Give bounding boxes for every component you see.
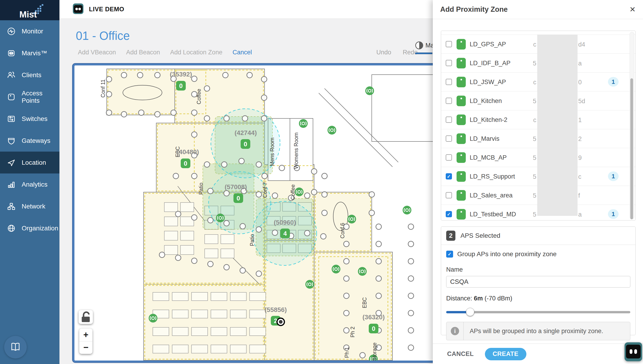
map-node[interactable] xyxy=(139,110,144,116)
map-node[interactable] xyxy=(376,276,381,281)
ap-beacon-icon[interactable] xyxy=(149,314,157,322)
map-node[interactable] xyxy=(344,310,349,316)
close-icon[interactable]: ✕ xyxy=(629,6,636,13)
ap-checkbox[interactable]: ✓ xyxy=(446,173,452,180)
ap-beacon-icon[interactable] xyxy=(305,280,314,289)
map-node[interactable] xyxy=(204,86,210,91)
map-node[interactable] xyxy=(272,230,278,236)
map-node[interactable] xyxy=(376,293,381,298)
ap-checkbox[interactable] xyxy=(446,98,452,104)
sidebar-item-location[interactable]: Location xyxy=(0,152,60,174)
map-node[interactable] xyxy=(240,268,245,273)
map-node[interactable] xyxy=(222,162,227,167)
map-node[interactable] xyxy=(261,116,267,121)
ap-beacon-icon[interactable] xyxy=(299,119,308,128)
add-beacon-button[interactable]: Add Beacon xyxy=(126,49,160,56)
slider-thumb[interactable] xyxy=(466,308,474,316)
map-node[interactable] xyxy=(344,241,349,247)
map-node[interactable] xyxy=(137,72,143,78)
ap-checkbox[interactable] xyxy=(446,116,452,123)
help-book-icon[interactable] xyxy=(4,336,27,358)
sidebar-item-gateways[interactable]: Gateways xyxy=(0,130,60,152)
map-node[interactable] xyxy=(408,241,414,247)
map-node[interactable] xyxy=(360,352,365,358)
map-node[interactable] xyxy=(279,165,285,171)
map-node[interactable] xyxy=(121,72,127,78)
marvis-chat-button[interactable] xyxy=(624,342,642,362)
map-node[interactable] xyxy=(408,328,414,333)
map-node[interactable] xyxy=(369,192,374,197)
map-node[interactable] xyxy=(224,190,229,196)
undo-button[interactable]: Undo xyxy=(376,49,391,56)
zoom-out-button[interactable]: − xyxy=(79,342,93,354)
sidebar-item-monitor[interactable]: Monitor xyxy=(0,20,60,42)
map-node[interactable] xyxy=(322,173,327,179)
sidebar-item-marvis[interactable]: Marvis™ xyxy=(0,42,60,64)
map-node[interactable] xyxy=(239,158,244,164)
map-node[interactable] xyxy=(304,193,310,198)
map-node[interactable] xyxy=(261,95,267,100)
ap-list-scrollbar[interactable] xyxy=(630,32,634,219)
map-node[interactable] xyxy=(171,110,176,116)
map-node[interactable] xyxy=(262,173,267,179)
add-location-zone-button[interactable]: Add Location Zone xyxy=(170,49,222,56)
map-node[interactable] xyxy=(256,271,262,276)
map-node[interactable] xyxy=(344,276,349,281)
sidebar-item-organization[interactable]: Organization xyxy=(0,217,60,239)
add-vbeacon-button[interactable]: Add VBeacon xyxy=(78,49,116,56)
ap-checkbox[interactable] xyxy=(446,60,452,66)
map-node[interactable] xyxy=(192,110,197,116)
map-node[interactable] xyxy=(106,92,112,97)
map-node[interactable] xyxy=(408,293,414,298)
distance-slider[interactable] xyxy=(446,308,630,316)
map-node[interactable] xyxy=(204,116,210,121)
map-node[interactable] xyxy=(322,192,327,197)
map-node[interactable] xyxy=(106,110,112,116)
zoom-in-button[interactable]: + xyxy=(79,328,93,342)
group-aps-checkbox[interactable]: ✓ xyxy=(446,251,453,258)
cancel-button[interactable]: CANCEL xyxy=(446,350,475,358)
sidebar-item-access-points[interactable]: Access Points xyxy=(0,86,60,108)
map-node[interactable] xyxy=(344,293,349,298)
map-node[interactable] xyxy=(208,261,213,267)
map-node[interactable] xyxy=(256,192,262,197)
map-node[interactable] xyxy=(208,218,213,223)
scrollbar-thumb[interactable] xyxy=(630,78,633,219)
sidebar-item-analytics[interactable]: Analytics xyxy=(0,174,60,195)
ap-beacon-icon[interactable] xyxy=(216,214,225,222)
ap-checkbox[interactable] xyxy=(446,41,452,47)
ap-beacon-icon[interactable] xyxy=(295,188,304,196)
ap-checkbox[interactable] xyxy=(446,154,452,160)
map-node[interactable] xyxy=(224,116,229,121)
ap-checkbox[interactable] xyxy=(446,136,452,142)
map-node[interactable] xyxy=(192,215,197,220)
map-lock-button[interactable] xyxy=(79,310,93,324)
create-button[interactable]: CREATE xyxy=(485,348,526,360)
map-node[interactable] xyxy=(408,310,414,316)
map-node[interactable] xyxy=(175,211,181,217)
ap-checkbox[interactable]: ✓ xyxy=(446,211,452,217)
ap-beacon-icon[interactable] xyxy=(403,206,411,214)
ap-beacon-icon[interactable] xyxy=(332,265,340,274)
map-node[interactable] xyxy=(376,258,381,264)
zone-name-input[interactable] xyxy=(446,276,630,288)
map-node[interactable] xyxy=(256,227,262,232)
cancel-link[interactable]: Cancel xyxy=(233,49,252,56)
map-node[interactable] xyxy=(408,258,414,264)
map-node[interactable] xyxy=(272,193,278,198)
map-node[interactable] xyxy=(311,189,317,195)
ap-beacon-icon[interactable] xyxy=(365,86,374,95)
map-node[interactable] xyxy=(321,234,326,239)
map-node[interactable] xyxy=(261,76,267,82)
map-node[interactable] xyxy=(344,258,349,264)
group-aps-row[interactable]: ✓ Group APs into one proximity zone xyxy=(446,250,630,258)
map-node[interactable] xyxy=(192,173,197,179)
sidebar-item-network[interactable]: Network xyxy=(0,195,60,217)
map-node[interactable] xyxy=(192,76,197,82)
map-node[interactable] xyxy=(311,169,317,174)
ap-beacon-icon[interactable] xyxy=(347,215,356,224)
map-node[interactable] xyxy=(408,276,414,281)
map-node[interactable] xyxy=(408,345,414,350)
map-node[interactable] xyxy=(155,72,160,78)
ap-checkbox[interactable] xyxy=(446,79,452,85)
